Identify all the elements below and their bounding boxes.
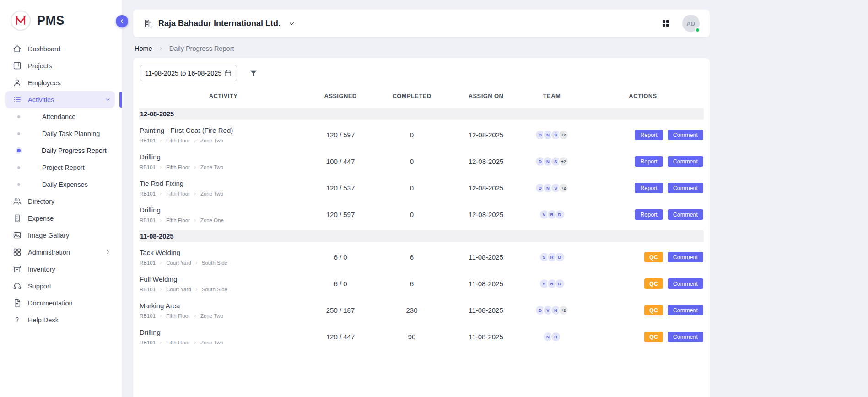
filter-icon[interactable] <box>249 69 258 78</box>
activity-cell: DrillingRB101Fifth FloorZone One <box>139 206 307 223</box>
sidebar-subitem-attendance[interactable]: Attendance <box>0 108 122 125</box>
team-cell: NR <box>522 332 582 342</box>
sidebar-item-label: Help Desk <box>28 316 111 324</box>
chevron-right-icon <box>194 261 199 265</box>
comment-button[interactable]: Comment <box>668 278 703 289</box>
sidebar-subitem-daily-expenses[interactable]: Daily Expenses <box>0 176 122 193</box>
actions-cell: QCComment <box>582 332 704 342</box>
activity-title: Full Welding <box>140 275 307 283</box>
comment-button[interactable]: Comment <box>668 305 703 315</box>
sidebar-item-inventory[interactable]: Inventory <box>5 261 115 277</box>
path-segment: RB101 <box>140 313 156 319</box>
chevron-right-icon <box>159 314 163 318</box>
comment-button[interactable]: Comment <box>668 252 703 262</box>
sidebar-subitem-label: Attendance <box>42 113 75 120</box>
path-segment: Fifth Floor <box>166 191 190 196</box>
sidebar-item-administration[interactable]: Administration <box>5 244 115 261</box>
activity-path: RB101Fifth FloorZone Two <box>140 313 307 319</box>
comment-button[interactable]: Comment <box>668 130 703 140</box>
building-icon <box>143 19 153 28</box>
sidebar-subitem-project-report[interactable]: Project Report <box>0 159 122 176</box>
sidebar-item-expense[interactable]: Expense <box>5 210 115 227</box>
completed-value: 0 <box>373 211 450 218</box>
avatar-initials: AD <box>686 20 695 27</box>
report-button[interactable]: Report <box>635 156 663 167</box>
apps-grid-icon[interactable] <box>661 19 670 28</box>
date-range-input[interactable] <box>145 70 221 77</box>
team-cell: DNS+2 <box>522 183 582 193</box>
path-segment: Zone Two <box>200 138 223 143</box>
team-extra-badge[interactable]: +2 <box>558 183 569 193</box>
team-cell: VRD <box>522 209 582 220</box>
assign-on-value: 12-08-2025 <box>450 158 522 165</box>
completed-value: 0 <box>373 131 450 139</box>
qc-button[interactable]: QC <box>644 305 663 315</box>
path-segment: Fifth Floor <box>166 313 190 319</box>
team-avatar: D <box>555 209 565 220</box>
team-extra-badge[interactable]: +2 <box>558 130 569 140</box>
breadcrumb-current: Daily Progress Report <box>169 45 234 52</box>
comment-button[interactable]: Comment <box>668 209 703 220</box>
path-segment: Zone Two <box>200 164 223 170</box>
column-header-team: TEAM <box>522 92 582 99</box>
sidebar-item-documentation[interactable]: Documentation <box>5 294 115 311</box>
activity-path: RB101Court YardSouth Side <box>140 287 307 292</box>
calendar-icon[interactable] <box>224 69 232 77</box>
bullet-icon <box>17 149 21 152</box>
chevron-right-icon <box>104 249 111 256</box>
sidebar-item-image-gallary[interactable]: Image Gallary <box>5 227 115 244</box>
table-body: 12-08-2025Painting - First Coat (Fire Re… <box>139 108 704 350</box>
qc-button[interactable]: QC <box>644 252 663 262</box>
comment-button[interactable]: Comment <box>668 332 703 342</box>
path-segment: Court Yard <box>166 260 191 266</box>
qc-button[interactable]: QC <box>644 332 663 342</box>
company-name: Raja Bahadur International Ltd. <box>158 19 280 28</box>
assigned-value: 6 / 0 <box>307 280 373 288</box>
assigned-value: 100 / 447 <box>307 158 373 165</box>
assigned-value: 120 / 597 <box>307 131 373 139</box>
completed-value: 6 <box>373 280 450 288</box>
report-button[interactable]: Report <box>635 130 663 140</box>
user-avatar[interactable]: AD <box>682 15 700 32</box>
date-group-header: 12-08-2025 <box>139 108 704 120</box>
sidebar-item-dashboard[interactable]: Dashboard <box>5 40 115 57</box>
sidebar-subitem-daily-task-planning[interactable]: Daily Task Planning <box>0 125 122 142</box>
team-avatar: D <box>555 278 565 289</box>
brand[interactable]: PMS <box>0 7 122 40</box>
sidebar-item-projects[interactable]: Projects <box>5 57 115 74</box>
sidebar-collapse-button[interactable] <box>116 15 128 27</box>
team-cell: SRD <box>522 278 582 289</box>
activity-title: Drilling <box>140 153 307 161</box>
actions-cell: ReportComment <box>582 130 704 140</box>
sidebar-item-directory[interactable]: Directory <box>5 193 115 210</box>
chevron-right-icon <box>193 314 197 318</box>
company-selector[interactable]: Raja Bahadur International Ltd. <box>143 19 296 28</box>
path-segment: Fifth Floor <box>166 164 190 170</box>
comment-button[interactable]: Comment <box>668 156 703 167</box>
sidebar-subitem-daily-progress-report[interactable]: Daily Progress Report <box>0 142 122 159</box>
date-range-control[interactable] <box>140 65 237 81</box>
chevron-right-icon <box>159 139 163 143</box>
report-button[interactable]: Report <box>635 183 663 193</box>
sidebar-item-support[interactable]: Support <box>5 277 115 294</box>
sidebar-item-help-desk[interactable]: Help Desk <box>5 311 115 328</box>
breadcrumb-home[interactable]: Home <box>135 45 152 52</box>
team-extra-badge[interactable]: +2 <box>558 305 569 315</box>
sidebar-item-employees[interactable]: Employees <box>5 74 115 91</box>
comment-button[interactable]: Comment <box>668 183 703 193</box>
path-segment: South Side <box>202 287 227 292</box>
bullet-icon <box>17 132 20 135</box>
sidebar-item-label: Directory <box>28 198 111 205</box>
activities-icon <box>13 95 22 104</box>
assigned-value: 250 / 187 <box>307 306 373 314</box>
path-segment: Court Yard <box>166 287 191 292</box>
team-extra-badge[interactable]: +2 <box>558 156 569 167</box>
chevron-right-icon <box>193 139 197 143</box>
sidebar-item-activities[interactable]: Activities <box>5 91 115 108</box>
completed-value: 0 <box>373 158 450 165</box>
table-header: ACTIVITY ASSIGNED COMPLETED ASSIGN ON TE… <box>139 86 704 106</box>
activity-cell: Tack WeldingRB101Court YardSouth Side <box>139 249 307 266</box>
path-segment: Zone Two <box>200 340 223 345</box>
report-button[interactable]: Report <box>635 209 663 220</box>
qc-button[interactable]: QC <box>644 278 663 289</box>
